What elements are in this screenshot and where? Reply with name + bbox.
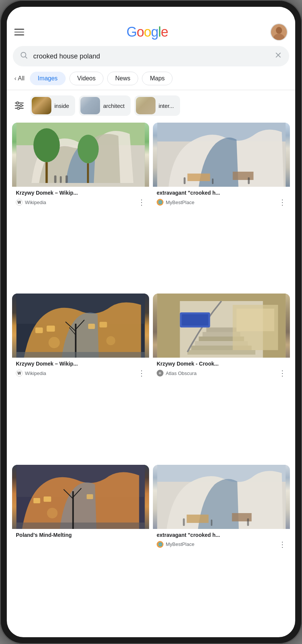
result-card-2[interactable]: extravagant "crooked h... 🌐 MyBestPlace … (153, 123, 290, 290)
result-card-6[interactable]: extravagant "crooked h... 🌐 MyBestPlace … (153, 465, 290, 632)
tab-news[interactable]: News (107, 72, 138, 85)
tab-images[interactable]: Images (30, 72, 65, 85)
svg-rect-21 (66, 175, 68, 183)
more-options-2[interactable]: ⋮ (279, 198, 286, 207)
svg-rect-71 (247, 518, 249, 526)
svg-rect-32 (47, 326, 55, 332)
svg-point-15 (34, 128, 60, 162)
svg-rect-31 (35, 327, 43, 333)
tab-videos-label: Videos (77, 75, 96, 82)
result-title-2: extravagant "crooked h... (157, 190, 286, 196)
source-left-4: ⊕ Atlas Obscura (157, 370, 197, 377)
svg-rect-57 (34, 498, 40, 503)
result-card-info-3: Krzywy Domek – Wikip... W Wikipedia ⋮ (12, 358, 149, 381)
result-card-1[interactable]: Krzywy Domek – Wikip... W Wikipedia ⋮ (12, 123, 149, 290)
svg-rect-27 (212, 178, 214, 184)
result-source-3: W Wikipedia ⋮ (16, 369, 145, 378)
result-source-4: ⊕ Atlas Obscura ⋮ (157, 369, 286, 378)
svg-point-10 (16, 102, 18, 104)
image-filter-row: inside architect inter... (7, 90, 295, 121)
svg-rect-67 (187, 515, 209, 523)
result-image-2 (153, 123, 290, 187)
source-name-2: MyBestPlace (166, 200, 194, 205)
more-options-6[interactable]: ⋮ (279, 540, 286, 549)
more-options-4[interactable]: ⋮ (279, 369, 286, 378)
result-source-6: 🌐 MyBestPlace ⋮ (157, 540, 286, 549)
hamburger-menu-icon[interactable] (14, 29, 24, 35)
result-image-6 (153, 465, 290, 529)
result-card-4[interactable]: Krzywy Domek - Crook... ⊕ Atlas Obscura … (153, 294, 290, 461)
result-image-1 (12, 123, 149, 187)
svg-rect-25 (233, 172, 254, 180)
result-card-5[interactable]: Poland's Mind-Melting (12, 465, 149, 632)
svg-rect-41 (17, 352, 145, 358)
result-source-2: 🌐 MyBestPlace ⋮ (157, 198, 286, 207)
filter-chip-inside-label: inside (54, 103, 69, 109)
result-title-3: Krzywy Domek – Wikip... (16, 361, 145, 367)
svg-point-12 (17, 107, 20, 109)
svg-rect-34 (100, 322, 107, 327)
filter-tabs: ‹ All Images Videos News Maps (7, 72, 295, 90)
svg-point-64 (47, 508, 58, 518)
svg-point-11 (20, 105, 22, 107)
svg-rect-59 (87, 494, 93, 499)
result-image-5 (12, 465, 149, 529)
svg-rect-60 (17, 523, 145, 529)
svg-point-39 (49, 337, 60, 348)
svg-rect-58 (44, 496, 51, 502)
filter-chip-interior-label: inter... (159, 103, 174, 109)
tab-videos[interactable]: Videos (69, 72, 104, 85)
svg-rect-24 (188, 174, 210, 181)
search-query-text[interactable]: crooked house poland (33, 52, 274, 60)
svg-rect-20 (60, 176, 62, 183)
svg-rect-52 (182, 314, 208, 326)
svg-line-4 (25, 57, 27, 58)
mybest-icon-6: 🌐 (157, 541, 163, 548)
chevron-left-icon: ‹ (14, 75, 16, 82)
more-options-1[interactable]: ⋮ (138, 198, 145, 207)
search-bar[interactable]: crooked house poland (13, 46, 289, 66)
search-icon (20, 51, 28, 61)
svg-rect-69 (183, 518, 185, 526)
result-title-6: extravagant "crooked h... (157, 532, 286, 538)
result-card-info-1: Krzywy Domek – Wikip... W Wikipedia ⋮ (12, 187, 149, 211)
filter-chip-thumb-interior (136, 97, 156, 114)
svg-rect-50 (206, 327, 237, 332)
svg-point-1 (276, 27, 282, 34)
phone-screen: Google crooked house po (7, 7, 295, 637)
avatar[interactable] (270, 23, 288, 41)
svg-point-40 (106, 336, 116, 345)
tab-all-label[interactable]: All (18, 75, 25, 82)
avatar-image (271, 24, 287, 40)
source-left-6: 🌐 MyBestPlace (157, 541, 194, 548)
results-grid: Krzywy Domek – Wikip... W Wikipedia ⋮ (7, 121, 295, 637)
filter-chip-interior[interactable]: inter... (134, 95, 180, 116)
result-image-3 (12, 294, 149, 358)
result-title-1: Krzywy Domek – Wikip... (16, 190, 145, 196)
result-card-info-6: extravagant "crooked h... 🌐 MyBestPlace … (153, 529, 290, 553)
more-options-3[interactable]: ⋮ (138, 369, 145, 378)
source-left-3: W Wikipedia (16, 370, 46, 377)
wikipedia-icon-1: W (16, 199, 23, 206)
filter-adjust-icon[interactable] (12, 98, 26, 113)
source-left-2: 🌐 MyBestPlace (157, 199, 194, 206)
svg-rect-70 (211, 520, 213, 526)
filter-chip-architect-label: architect (103, 103, 125, 109)
filter-chip-thumb-inside (32, 97, 51, 114)
filter-chip-inside[interactable]: inside (30, 95, 75, 116)
tab-maps[interactable]: Maps (142, 72, 173, 85)
google-logo: Google (126, 24, 168, 40)
result-title-4: Krzywy Domek - Crook... (157, 361, 286, 367)
header: Google (7, 20, 295, 45)
svg-rect-26 (184, 177, 186, 184)
source-left-1: W Wikipedia (16, 199, 46, 206)
svg-rect-45 (188, 350, 256, 355)
svg-point-17 (78, 135, 99, 163)
clear-search-icon[interactable] (274, 51, 282, 61)
tab-all[interactable]: ‹ All (13, 72, 26, 85)
filter-chip-architect[interactable]: architect (79, 95, 131, 116)
atlas-icon-4: ⊕ (157, 370, 163, 377)
result-card-3[interactable]: Krzywy Domek – Wikip... W Wikipedia ⋮ (12, 294, 149, 461)
svg-rect-19 (54, 175, 57, 183)
svg-rect-28 (248, 177, 250, 184)
